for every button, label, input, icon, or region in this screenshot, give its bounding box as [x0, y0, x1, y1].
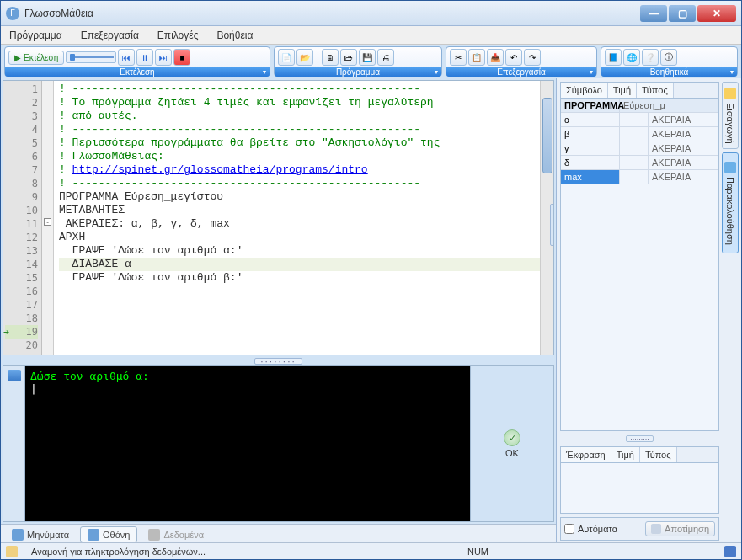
lesson-button[interactable]: 📘 — [605, 49, 622, 66]
window-titlebar: Γ ΓλωσσοΜάθεια — ▢ ✕ — [1, 1, 741, 26]
header-expr-type[interactable]: Τύπος — [640, 447, 677, 462]
tab-data[interactable]: Δεδομένα — [141, 526, 211, 543]
step-back-button[interactable]: ⏮ — [118, 49, 135, 66]
menubar: Πρόγραμμα Επεξεργασία Επιλογές Βοήθεια — [1, 26, 741, 45]
sidetab-insert[interactable]: Εισαγωγή — [722, 82, 739, 149]
vertical-splitter-grip[interactable] — [550, 204, 554, 246]
header-type[interactable]: Τύπος — [637, 83, 674, 98]
code-editor[interactable]: 123456789101112131415161718➔1920 - ! ---… — [3, 80, 554, 355]
menu-program[interactable]: Πρόγραμμα — [6, 28, 66, 43]
web-button[interactable]: 🌐 — [623, 49, 640, 66]
window-title: ΓλωσσοΜάθεια — [24, 8, 640, 19]
data-icon — [148, 529, 160, 541]
symbol-row[interactable]: δΑΚΕΡΑΙΑ — [561, 156, 718, 170]
panel-program-label[interactable]: Πρόγραμμα — [275, 67, 441, 77]
status-save-icon — [724, 546, 736, 557]
program-row: ΠΡΟΓΡΑΜΜΑ Εύρεση_μ — [561, 99, 718, 113]
console-gutter — [3, 365, 24, 522]
auto-checkbox[interactable]: Αυτόματα — [564, 524, 617, 534]
redo-button[interactable]: ↷ — [524, 49, 541, 66]
info-button[interactable]: ⓘ — [660, 49, 677, 66]
ok-icon: ✓ — [504, 429, 520, 446]
symbol-row[interactable]: αΑΚΕΡΑΙΑ — [561, 113, 718, 127]
header-expr-value[interactable]: Τιμή — [611, 447, 640, 462]
close-button[interactable]: ✕ — [697, 5, 736, 22]
header-value[interactable]: Τιμή — [608, 83, 637, 98]
panel-program: 📄 📂 🗎 🗁 💾 🖨 Πρόγραμμα — [274, 46, 442, 77]
maximize-button[interactable]: ▢ — [669, 5, 696, 22]
fold-gutter[interactable]: - — [42, 81, 54, 355]
panel-edit: ✂ 📋 📥 ↶ ↷ Επεξεργασία — [446, 46, 597, 77]
cut-button[interactable]: ✂ — [450, 49, 467, 66]
panel-edit-label[interactable]: Επεξεργασία — [446, 67, 596, 77]
run-button[interactable]: ▶ Εκτέλεση — [8, 51, 64, 65]
paste-button[interactable]: 📥 — [487, 49, 504, 66]
minimize-button[interactable]: — — [640, 5, 667, 22]
watch-icon — [724, 162, 736, 173]
horizontal-splitter-grip[interactable] — [1, 357, 556, 365]
menu-help[interactable]: Βοήθεια — [213, 28, 256, 43]
messages-icon — [12, 529, 24, 541]
console-side-panel: ✓ OK — [470, 365, 554, 522]
status-icon — [6, 546, 18, 557]
status-text: Αναμονή για πληκτρολόγηση δεδομένων... — [31, 547, 206, 557]
step-forward-button[interactable]: ⏭ — [155, 49, 172, 66]
stop-button[interactable]: ■ — [173, 49, 190, 66]
save-button[interactable]: 💾 — [359, 49, 376, 66]
console-output[interactable]: Δώσε τον αριθμό α: | — [24, 365, 470, 522]
panel-run-label[interactable]: Εκτέλεση — [5, 67, 270, 77]
snapshot-button[interactable]: Αποτίμηση — [645, 521, 715, 536]
console-icon — [8, 370, 21, 381]
menu-options[interactable]: Επιλογές — [154, 28, 202, 43]
insert-icon — [724, 88, 736, 99]
open-button[interactable]: 📂 — [296, 49, 313, 66]
file-button[interactable]: 🗎 — [322, 49, 339, 66]
pause-button[interactable]: ⏸ — [136, 49, 153, 66]
bottom-tabs: Μηνύματα Οθόνη Δεδομένα — [1, 524, 556, 544]
panel-run: ▶ Εκτέλεση ⏮ ⏸ ⏭ ■ Εκτέλεση — [4, 46, 270, 77]
toolbar-row: ▶ Εκτέλεση ⏮ ⏸ ⏭ ■ Εκτέλεση 📄 📂 🗎 🗁 💾 🖨 … — [1, 45, 741, 78]
snapshot-icon — [651, 524, 661, 534]
menu-edit[interactable]: Επεξεργασία — [77, 28, 142, 43]
speed-slider[interactable] — [66, 51, 116, 63]
code-area[interactable]: ! --------------------------------------… — [54, 81, 553, 355]
print-button[interactable]: 🖨 — [377, 49, 394, 66]
inspector-splitter[interactable] — [560, 435, 719, 443]
console-prompt: Δώσε τον αριθμό α: — [30, 370, 149, 382]
statusbar: Αναμονή για πληκτρολόγηση δεδομένων... N… — [1, 542, 741, 559]
folder-button[interactable]: 🗁 — [340, 49, 357, 66]
symbol-row[interactable]: βΑΚΕΡΑΙΑ — [561, 127, 718, 141]
app-icon: Γ — [6, 7, 19, 20]
screen-icon — [88, 529, 99, 541]
copy-button[interactable]: 📋 — [468, 49, 485, 66]
panel-help: 📘 🌐 ❔ ⓘ Βοηθητικά — [601, 46, 738, 77]
header-symbol[interactable]: Σύμβολο — [561, 83, 608, 98]
symbol-row[interactable]: γΑΚΕΡΑΙΑ — [561, 141, 718, 156]
tab-screen[interactable]: Οθόνη — [80, 526, 137, 543]
help-button[interactable]: ❔ — [642, 49, 659, 66]
ok-button[interactable]: ✓ OK — [504, 429, 520, 458]
panel-help-label[interactable]: Βοηθητικά — [601, 67, 737, 77]
console-cursor: | — [30, 382, 37, 395]
sidetab-watch[interactable]: Παρακολούθηση — [722, 152, 739, 253]
header-expr[interactable]: Έκφραση — [561, 447, 611, 462]
expression-table: Έκφραση Τιμή Τύπος — [560, 446, 719, 514]
status-num: NUM — [467, 547, 488, 557]
line-gutter: 123456789101112131415161718➔1920 — [3, 81, 42, 355]
new-button[interactable]: 📄 — [278, 49, 295, 66]
symbol-row[interactable]: maxΑΚΕΡΑΙΑ — [561, 170, 718, 184]
undo-button[interactable]: ↶ — [505, 49, 522, 66]
symbol-table: Σύμβολο Τιμή Τύπος ΠΡΟΓΡΑΜΜΑ Εύρεση_μ αΑ… — [560, 82, 719, 431]
inspector-footer: Αυτόματα Αποτίμηση — [560, 517, 719, 541]
tab-messages[interactable]: Μηνύματα — [4, 526, 77, 543]
